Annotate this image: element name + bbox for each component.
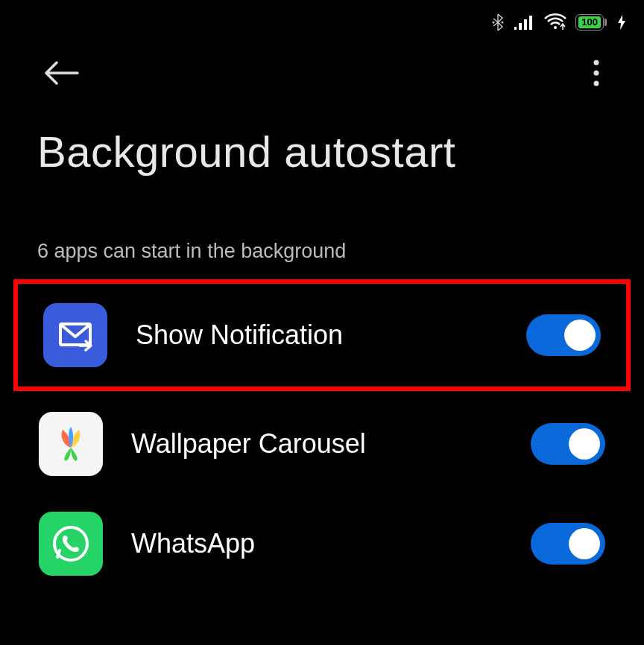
app-label: Show Notification <box>136 320 498 351</box>
toggle-switch[interactable] <box>526 314 601 356</box>
battery-icon: 100 <box>575 14 604 31</box>
mail-forward-icon <box>43 303 107 367</box>
toggle-switch[interactable] <box>531 523 605 565</box>
app-label: WhatsApp <box>131 528 502 559</box>
app-row-wallpaper-carousel[interactable]: Wallpaper Carousel <box>7 394 637 494</box>
more-menu-button[interactable] <box>593 60 599 89</box>
app-row-whatsapp[interactable]: WhatsApp <box>7 494 637 594</box>
nav-bar <box>0 45 644 104</box>
whatsapp-icon <box>39 512 103 576</box>
bluetooth-icon <box>490 13 505 31</box>
wifi-icon <box>544 13 566 31</box>
svg-point-8 <box>594 81 599 86</box>
status-bar: 100 <box>0 0 644 45</box>
back-button[interactable] <box>45 60 79 89</box>
svg-point-6 <box>594 60 599 66</box>
tulip-icon <box>39 412 103 476</box>
app-label: Wallpaper Carousel <box>131 428 502 460</box>
svg-rect-3 <box>519 23 522 30</box>
svg-point-1 <box>502 22 504 24</box>
svg-point-7 <box>594 71 599 76</box>
charging-icon <box>617 15 626 30</box>
toggle-switch[interactable] <box>531 423 605 465</box>
battery-level: 100 <box>578 16 601 28</box>
svg-point-0 <box>493 22 495 24</box>
app-row-show-notification[interactable]: Show Notification <box>13 279 631 391</box>
signal-icon <box>514 14 535 31</box>
svg-rect-5 <box>529 16 532 30</box>
svg-rect-4 <box>524 19 527 30</box>
page-title: Background autostart <box>0 104 644 177</box>
svg-rect-2 <box>514 27 517 30</box>
page-subtitle: 6 apps can start in the background <box>0 177 644 276</box>
app-list: Show Notification Wallpaper Carousel <box>0 279 644 594</box>
